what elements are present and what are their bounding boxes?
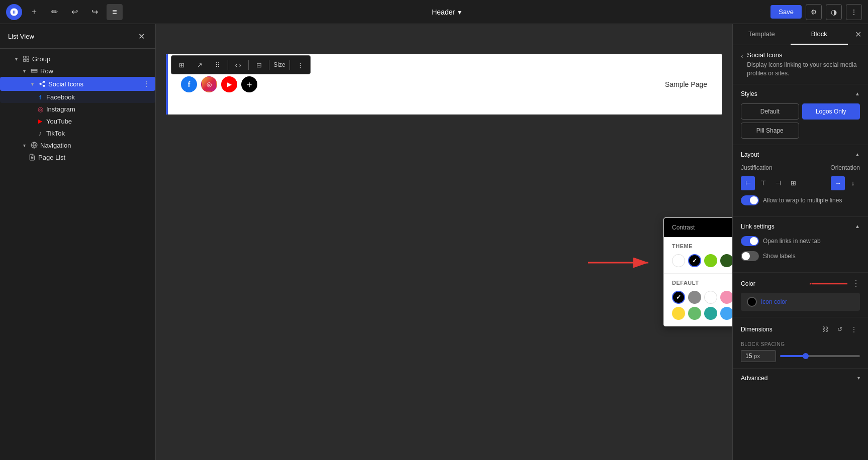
add-social-icon-button[interactable]: ＋ <box>241 76 257 92</box>
social-icons-info-content: Social Icons Display icons linking to yo… <box>747 51 860 78</box>
social-icons-info-title: Social Icons <box>747 51 860 59</box>
facebook-social-icon[interactable]: f <box>181 76 197 92</box>
icon-color-swatch[interactable] <box>747 297 757 307</box>
toolbar-size-button[interactable]: Size <box>270 57 288 73</box>
wrap-toggle[interactable] <box>741 195 759 205</box>
swatch-green-bright[interactable] <box>704 254 717 267</box>
color-section: Color ⋮ Icon color <box>733 273 868 317</box>
show-labels-toggle[interactable] <box>741 251 759 261</box>
redo-button[interactable]: ↪ <box>86 4 103 20</box>
swatch-teal[interactable] <box>704 307 717 320</box>
tab-template[interactable]: Template <box>733 24 791 45</box>
swatch-green-dark[interactable] <box>720 254 732 267</box>
icon-color-row: Icon color <box>741 293 860 311</box>
spacing-slider[interactable] <box>780 355 860 357</box>
svg-rect-3 <box>27 59 29 61</box>
block-toolbar: ⊞ ↗ ⠿ ‹ › ⊟ Size ⋮ <box>171 55 311 74</box>
show-labels-label: Show labels <box>763 253 860 260</box>
social-icons-more-button[interactable]: ⋮ <box>141 79 151 89</box>
swatch-black[interactable]: ✓ <box>688 254 701 267</box>
style-logos-only-button[interactable]: Logos Only <box>802 103 860 120</box>
advanced-header[interactable]: Advanced ▾ <box>741 375 860 382</box>
tree-item-facebook[interactable]: f Facebook <box>0 91 155 103</box>
swatch-pink[interactable] <box>720 291 732 304</box>
color-header-row: Color ⋮ <box>741 279 860 289</box>
close-panel-button[interactable]: ✕ <box>848 24 868 45</box>
tree-item-tiktok[interactable]: ♪ TikTok <box>0 127 155 139</box>
dimensions-section: Dimensions ⛓ ↺ ⋮ BLOCK SPACING 15 px <box>733 317 868 369</box>
theme-colors-title: THEME <box>672 243 732 249</box>
toolbar-drag-button[interactable]: ⠿ <box>209 57 227 73</box>
show-labels-row: Show labels <box>741 251 860 261</box>
style-default-button[interactable]: Default <box>741 103 799 120</box>
spacing-slider-thumb[interactable] <box>803 353 809 359</box>
justification-buttons-row: ⊢ ⊤ ⊣ ⊞ → ↓ <box>741 176 860 190</box>
save-button[interactable]: Save <box>770 5 802 19</box>
tree-item-social-icons[interactable]: ▾ Social Icons ⋮ <box>0 77 155 91</box>
tree-item-row[interactable]: ▾ Row <box>0 65 155 77</box>
tree-item-page-list[interactable]: Page List <box>0 151 155 163</box>
toolbar-transform-button[interactable]: ⊞ <box>172 57 190 73</box>
open-new-tab-toggle[interactable] <box>741 236 759 246</box>
justify-right-button[interactable]: ⊣ <box>771 176 785 190</box>
settings-button[interactable]: ⚙ <box>806 4 822 20</box>
list-view-button[interactable]: ≡ <box>107 4 123 20</box>
row-icon <box>30 67 38 75</box>
layout-title: Layout <box>741 151 759 158</box>
toolbar-nav-button[interactable]: ‹ › <box>229 57 247 73</box>
justify-left-button[interactable]: ⊢ <box>741 176 755 190</box>
swatch-gray[interactable] <box>688 291 701 304</box>
sample-page-link[interactable]: Sample Page <box>665 80 707 88</box>
expand-navigation-icon: ▾ <box>20 141 28 149</box>
orient-vertical-button[interactable]: ↓ <box>846 176 860 190</box>
dimensions-link-button[interactable]: ⛓ <box>820 323 832 335</box>
icon-color-label[interactable]: Icon color <box>761 298 787 305</box>
swatch-light-green[interactable] <box>688 307 701 320</box>
dimensions-unlink-button[interactable]: ↺ <box>834 323 846 335</box>
tree-item-youtube[interactable]: ▶ YouTube <box>0 115 155 127</box>
default-color-swatches-row2 <box>672 307 732 320</box>
swatch-light-blue[interactable] <box>720 307 732 320</box>
sidebar-title: List View <box>8 33 34 40</box>
facebook-icon: f <box>36 93 44 101</box>
swatch-white2[interactable] <box>704 291 717 304</box>
expand-row-icon: ▾ <box>20 67 28 75</box>
dimensions-more-button[interactable]: ⋮ <box>848 323 860 335</box>
tab-block[interactable]: Block <box>791 24 848 45</box>
link-settings-collapse-icon: ▲ <box>855 223 860 229</box>
style-pill-shape-button[interactable]: Pill Shape <box>741 123 799 139</box>
theme-color-swatches: ✓ <box>672 254 732 267</box>
toolbar-share-button[interactable]: ↗ <box>190 57 209 73</box>
justify-space-button[interactable]: ⊞ <box>786 176 800 190</box>
add-block-button[interactable]: ＋ <box>26 4 42 20</box>
toolbar-more-button[interactable]: ⋮ <box>291 57 309 73</box>
close-sidebar-button[interactable]: ✕ <box>135 30 147 42</box>
justify-center-button[interactable]: ⊤ <box>756 176 770 190</box>
swatch-white[interactable] <box>672 254 685 267</box>
topbar-right: Save ⚙ ◑ ⋮ <box>770 4 862 20</box>
tree-item-instagram[interactable]: ◎ Instagram <box>0 103 155 115</box>
wp-logo[interactable] <box>6 4 22 20</box>
instagram-social-icon[interactable]: ◎ <box>201 76 217 92</box>
page-list-icon <box>28 153 36 161</box>
orient-horizontal-button[interactable]: → <box>831 176 845 190</box>
spacing-value[interactable]: 15 <box>745 353 752 360</box>
color-popup-label: Contrast <box>672 224 695 231</box>
youtube-social-icon[interactable]: ▶ <box>221 76 237 92</box>
swatch-yellow[interactable] <box>672 307 685 320</box>
more-options-button[interactable]: ⋮ <box>846 4 862 20</box>
swatch-default-black[interactable]: ✓ <box>672 291 685 304</box>
template-name-dropdown[interactable]: Header ▾ <box>426 5 467 19</box>
tree-item-navigation[interactable]: ▾ Navigation <box>0 139 155 151</box>
panel-tabs: Template Block ✕ <box>733 24 868 45</box>
undo-button[interactable]: ↩ <box>66 4 82 20</box>
dimensions-tools: ⛓ ↺ ⋮ <box>820 323 860 335</box>
advanced-section: Advanced ▾ <box>733 369 868 388</box>
color-more-button[interactable]: ⋮ <box>852 279 860 288</box>
edit-button[interactable]: ✏ <box>46 4 62 20</box>
theme-colors-section: THEME ✓ <box>664 237 732 273</box>
tree-item-group[interactable]: ▾ Group <box>0 53 155 65</box>
toolbar-align-button[interactable]: ⊟ <box>250 57 268 73</box>
theme-button[interactable]: ◑ <box>826 4 842 20</box>
list-view-sidebar: List View ✕ ▾ Group ▾ Row <box>0 24 156 460</box>
